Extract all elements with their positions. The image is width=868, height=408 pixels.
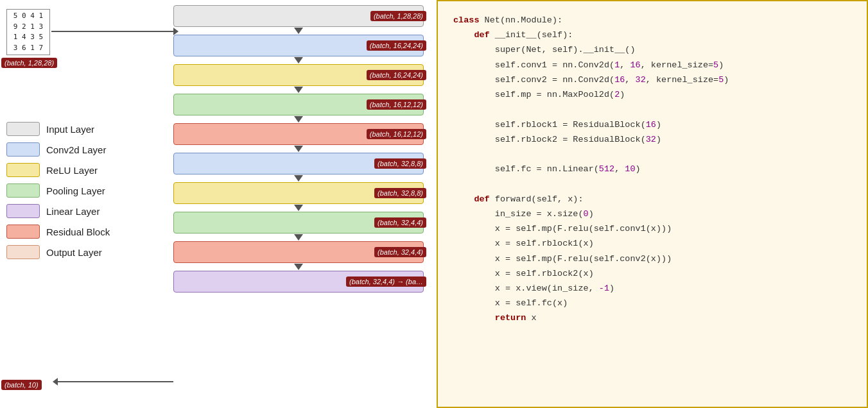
code-part: , <box>625 75 635 85</box>
img-to-net-arrow <box>51 31 175 32</box>
code-part: ) <box>589 209 594 219</box>
code-line-9 <box>453 147 851 162</box>
code-part: , kernel_size= <box>641 60 713 70</box>
dim-badge-2: (batch, 16,24,24) <box>367 70 426 80</box>
dim-badge-6: (batch, 32,8,8) <box>374 188 426 198</box>
code-line-2: super(Net, self).__init__() <box>453 42 851 57</box>
code-line-17: x = self.rblock2(x) <box>453 266 851 281</box>
code-line-11 <box>453 176 851 191</box>
code-part: ) <box>724 75 729 85</box>
code-part: ) <box>656 120 661 130</box>
layer-row-4: (batch, 16,12,12) <box>173 123 424 145</box>
out-arrow <box>56 381 173 382</box>
arrow-1 <box>173 27 424 35</box>
code-part: def <box>474 30 489 40</box>
arrow-triangle-8 <box>294 234 303 241</box>
arrow-triangle-4 <box>294 116 303 123</box>
arrow-7 <box>173 204 424 212</box>
arrow-6 <box>173 174 424 182</box>
arrow-triangle-1 <box>294 28 303 34</box>
code-line-6 <box>453 102 851 117</box>
code-part: 16 <box>630 60 640 70</box>
dim-badge-1: (batch, 16,24,24) <box>367 40 426 51</box>
legend-item-conv2d: Conv2d Layer <box>6 142 110 157</box>
layer-row-3: (batch, 16,12,12) <box>173 94 424 115</box>
dim-badge-0: (batch, 1,28,28) <box>370 11 426 21</box>
arrow-triangle-7 <box>294 205 303 211</box>
legend-label-conv2d: Conv2d Layer <box>46 144 106 155</box>
dim-badge-9: (batch, 32,4,4) → (ba… <box>346 276 426 287</box>
code-part: self.fc = nn.Linear( <box>453 164 599 174</box>
arrow-8 <box>173 234 424 241</box>
legend-label-relu: ReLU Layer <box>46 165 98 176</box>
code-part: class <box>453 15 480 25</box>
layer-row-8: (batch, 32,4,4) <box>173 241 424 263</box>
code-part: 5 <box>713 60 718 70</box>
code-line-13: in_size = x.size(0) <box>453 207 851 221</box>
legend-label-linear: Linear Layer <box>46 206 100 217</box>
code-line-15: x = self.rblock1(x) <box>453 236 851 251</box>
matrix-text: 5 0 4 19 2 1 31 4 3 53 6 1 7 <box>13 11 43 53</box>
code-part: forward(self, x): <box>490 194 584 204</box>
code-part <box>453 194 474 204</box>
code-part: 512 <box>599 164 614 174</box>
legend-item-relu: ReLU Layer <box>6 163 110 177</box>
code-part: -1 <box>599 284 609 293</box>
layer-row-2: (batch, 16,24,24) <box>173 64 424 86</box>
code-part: ) <box>620 90 625 99</box>
dim-badge-8: (batch, 32,4,4) <box>374 247 426 257</box>
code-line-16: x = self.mp(F.relu(self.conv2(x))) <box>453 251 851 266</box>
code-part: self.rblock1 = ResidualBlock( <box>453 120 646 130</box>
code-part: return <box>495 313 526 323</box>
code-part: in_size = x.size( <box>453 209 584 219</box>
legend-item-output: Output Layer <box>6 245 110 259</box>
code-part: 0 <box>584 209 589 219</box>
code-part: , <box>614 164 625 174</box>
arrow-triangle-3 <box>294 87 303 93</box>
code-part: x = self.rblock2(x) <box>453 269 594 278</box>
arrow-triangle-5 <box>294 146 303 152</box>
layer-row-9: (batch, 32,4,4) → (ba… <box>173 271 424 293</box>
layer-row-7: (batch, 32,4,4) <box>173 212 424 234</box>
arrow-3 <box>173 86 424 94</box>
legend-color-linear <box>6 204 40 218</box>
code-part: super(Net, self).__init__() <box>453 45 636 55</box>
code-part <box>453 313 495 323</box>
code-part: ) <box>718 60 724 70</box>
layer-row-5: (batch, 32,8,8) <box>173 153 424 174</box>
legend-label-pooling: Pooling Layer <box>46 185 105 196</box>
dim-badge-3: (batch, 16,12,12) <box>367 99 426 110</box>
layer-row-0: (batch, 1,28,28) <box>173 5 424 27</box>
code-part: 16 <box>614 75 625 85</box>
layer-row-6: (batch, 32,8,8) <box>173 182 424 204</box>
legend-item-pooling: Pooling Layer <box>6 183 110 198</box>
legend-item-residual: Residual Block <box>6 225 110 239</box>
legend-color-conv2d <box>6 142 40 157</box>
code-part: x = self.mp(F.relu(self.conv2(x))) <box>453 254 672 264</box>
code-part: def <box>474 194 489 204</box>
dim-badge-7: (batch, 32,4,4) <box>374 217 426 228</box>
legend-color-pooling <box>6 183 40 198</box>
code-part: self.rblock2 = ResidualBlock( <box>453 135 646 144</box>
code-line-14: x = self.mp(F.relu(self.conv1(x))) <box>453 221 851 236</box>
code-part: __init__(self): <box>490 30 573 40</box>
layer-row-1: (batch, 16,24,24) <box>173 35 424 56</box>
code-line-0: class Net(nn.Module): <box>453 13 851 28</box>
code-line-5: self.mp = nn.MaxPool2d(2) <box>453 87 851 102</box>
code-part: 32 <box>636 75 646 85</box>
arrow-triangle-2 <box>294 57 303 64</box>
code-part: Net(nn.Module): <box>480 15 563 25</box>
legend-label-residual: Residual Block <box>46 226 110 237</box>
code-part: x = self.fc(x) <box>453 298 568 308</box>
legend-color-residual <box>6 225 40 239</box>
dim-badge-5: (batch, 32,8,8) <box>374 158 426 169</box>
left-panel: 5 0 4 19 2 1 31 4 3 53 6 1 7 (batch, 1,2… <box>0 0 437 408</box>
arrow-5 <box>173 145 424 153</box>
code-part: , <box>620 60 630 70</box>
arrow-4 <box>173 115 424 123</box>
code-part: ) <box>609 284 614 293</box>
code-line-10: self.fc = nn.Linear(512, 10) <box>453 162 851 176</box>
code-part: x <box>526 313 536 323</box>
code-line-19: x = self.fc(x) <box>453 296 851 310</box>
code-part: 32 <box>646 135 656 144</box>
